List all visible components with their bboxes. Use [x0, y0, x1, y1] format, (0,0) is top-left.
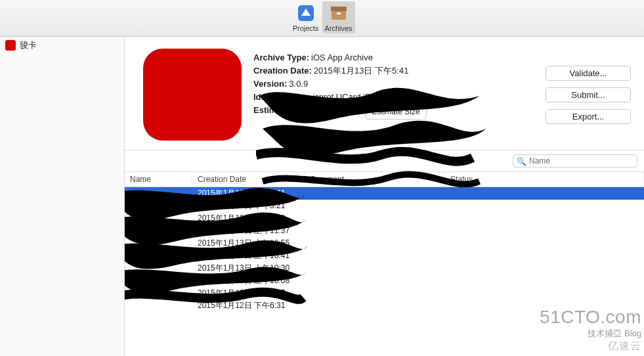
toolbar: Projects Archives [0, 0, 644, 37]
identifier-label: Identifier: [253, 91, 292, 104]
table-row[interactable]: 2015年1月13日 上午10:41 [125, 250, 644, 262]
search-input[interactable] [513, 154, 637, 167]
archive-type-label: Archive Type: [253, 51, 309, 64]
archive-detail: Archive Type: iOS App Archive Creation D… [125, 37, 644, 150]
tab-projects-label: Projects [290, 24, 322, 32]
identifier-value: com.jcnrot.UCard.iPhone [294, 91, 389, 104]
tab-projects[interactable]: Projects [290, 1, 322, 33]
svg-rect-2 [332, 10, 346, 20]
sort-chevron-down-icon: ⌄ [292, 175, 299, 184]
table-row[interactable]: 2015年1月13日 下午5:41 [125, 187, 644, 200]
app-icon-large [143, 49, 242, 141]
tab-archives[interactable]: Archives [322, 1, 355, 33]
table-row[interactable]: 2015年1月13日 上午10:30 [125, 262, 644, 275]
th-status[interactable]: Status [445, 172, 644, 187]
table-row[interactable]: 2015年1月13日 上午11:37 [125, 225, 644, 237]
app-icon-small [5, 40, 16, 51]
table-row[interactable]: 2015年1月13日 上午10:08 [125, 275, 644, 287]
search-bar: 🔍 [125, 150, 644, 172]
creation-date-value: 2015年1月13日 下午5:41 [314, 64, 409, 78]
toolbar-tabs: Projects Archives [290, 1, 355, 33]
validate-button[interactable]: Validate... [546, 66, 631, 81]
version-value: 3.0.9 [289, 78, 308, 91]
table-body: 2015年1月13日 下午5:412015年1月13日 下午3:212015年1… [125, 187, 644, 356]
svg-rect-3 [331, 7, 347, 11]
sidebar-item-0[interactable]: 骏卡 [0, 37, 124, 54]
version-label: Version: [253, 78, 287, 91]
table-row[interactable]: 2015年1月12日 下午6:31 [125, 300, 644, 312]
svg-rect-4 [337, 12, 341, 14]
table-row[interactable]: 2015年1月13日 上午10:55 [125, 237, 644, 250]
table-row[interactable]: 2015年1月12日 下午6:37 [125, 287, 644, 300]
tab-archives-label: Archives [322, 24, 355, 32]
table-row[interactable]: 2015年1月13日 下午3:13 [125, 212, 644, 225]
projects-icon [295, 3, 316, 24]
search-icon: 🔍 [517, 157, 526, 166]
creation-date-label: Creation Date: [253, 64, 312, 78]
estimate-size-button[interactable]: Estimate Size [365, 104, 426, 120]
th-creation-date[interactable]: Creation Date⌄ [192, 172, 305, 187]
sidebar-item-label: 骏卡 [20, 39, 37, 51]
archives-icon [328, 3, 349, 24]
th-comment[interactable]: Comment [305, 172, 445, 187]
export-button[interactable]: Export... [546, 109, 631, 124]
estimated-size-label: Estimated App Store Size: [253, 104, 359, 120]
archive-type-value: iOS App Archive [311, 51, 373, 64]
table-header: Name Creation Date⌄ Comment Status [125, 172, 644, 187]
th-name[interactable]: Name [125, 172, 192, 187]
table-row[interactable]: 2015年1月13日 下午3:21 [125, 200, 644, 212]
submit-button[interactable]: Submit... [546, 87, 631, 102]
sidebar: 骏卡 [0, 37, 125, 356]
